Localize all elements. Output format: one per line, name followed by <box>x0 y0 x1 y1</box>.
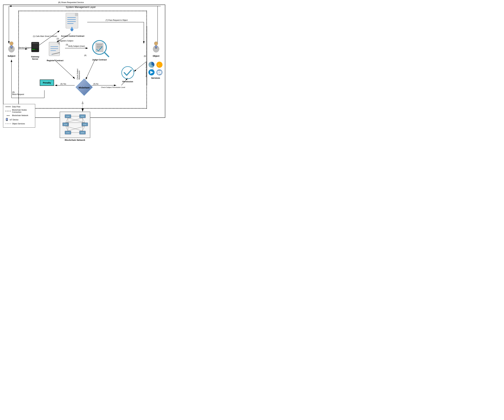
step6-block-label: (6) Block Request <box>12 91 24 95</box>
svg-line-91 <box>83 118 85 123</box>
blockchain-box: EVM EVM EVM EVM EVM EVM <box>60 112 90 138</box>
misbehave-area: Misbehave <box>75 78 93 89</box>
svg-point-39 <box>36 49 36 50</box>
permission-granted-label: Permission Granted <box>145 58 147 81</box>
svg-rect-72 <box>157 71 162 74</box>
svg-point-64 <box>122 66 134 79</box>
object-label: Object <box>148 55 164 57</box>
svg-text:EVM: EVM <box>81 132 84 134</box>
legend-iot-icon <box>5 118 8 122</box>
misbehave-label: Misbehave <box>75 86 93 89</box>
subject-label: Subject <box>4 55 19 57</box>
services-label: Services <box>147 77 164 79</box>
svg-line-93 <box>66 126 83 131</box>
svg-rect-102 <box>6 118 7 120</box>
judge-area: Judge Contract <box>89 39 110 61</box>
step5-no-label: (5) No <box>93 83 98 85</box>
svg-point-38 <box>34 49 35 50</box>
acc-icon <box>64 12 82 34</box>
legend-obj-services-line <box>5 124 11 124</box>
step6-right-label: (6) <box>144 55 146 57</box>
blockchain-network-icon: EVM EVM EVM EVM EVM EVM <box>62 114 89 135</box>
svg-point-24 <box>10 41 13 45</box>
check-misbehavior-label: Check Subject Misbehavior <box>77 60 80 80</box>
svg-line-90 <box>66 118 83 123</box>
verify-subject-label: Verify Subject (User) <box>68 45 85 47</box>
step5-yes-label: (5) Yes <box>60 83 66 85</box>
legend-blockchain-network: ⟺ Blockchain Network <box>5 114 33 117</box>
svg-point-37 <box>32 49 33 50</box>
object-area: Object <box>148 41 164 57</box>
legend-blockchain-nodes: Blockchain NodesConnection <box>5 109 33 113</box>
legend-blockchain-network-arrow: ⟺ <box>5 114 11 117</box>
svg-line-95 <box>83 126 85 131</box>
svg-rect-33 <box>32 43 38 44</box>
legend: Data Flow Blockchain NodesConnection ⟺ B… <box>3 104 35 128</box>
svg-text:EVM: EVM <box>64 124 67 125</box>
video-icon <box>148 69 155 76</box>
svg-rect-34 <box>32 45 38 45</box>
reg-area: Register Contract <box>45 41 65 62</box>
svg-line-88 <box>66 118 68 123</box>
svg-rect-42 <box>75 13 78 16</box>
penalty-box: Penalty <box>40 80 54 86</box>
step3-label: (3) <box>66 44 68 46</box>
object-icon <box>151 41 161 53</box>
svg-text:EVM: EVM <box>83 124 86 125</box>
reg-icon <box>48 41 63 58</box>
permission-icon <box>121 66 135 80</box>
svg-rect-27 <box>11 46 12 48</box>
legend-data-flow-line <box>5 106 11 107</box>
subject-icon <box>7 41 16 53</box>
svg-text:EVM: EVM <box>81 116 84 117</box>
svg-text:EVM: EVM <box>66 132 69 134</box>
diagram-container: System Management Layer (8) Share Reques… <box>0 0 168 141</box>
step4-label: (4) <box>84 54 86 56</box>
step7-label: (7) Pass Request to Object <box>106 19 128 21</box>
services-grid: ♪ <box>148 61 163 76</box>
svg-line-92 <box>66 126 68 131</box>
blockchain-label: Blockchain Network <box>60 139 90 141</box>
legend-blockchain-nodes-line <box>5 111 11 111</box>
gateway-icon <box>30 41 41 54</box>
svg-point-67 <box>156 62 162 68</box>
chat-icon <box>156 69 163 76</box>
svg-rect-58 <box>96 43 103 52</box>
svg-rect-35 <box>32 46 38 47</box>
services-area: ♪ Services <box>147 61 164 79</box>
svg-text:♪: ♪ <box>158 63 159 66</box>
step1-label: (1) Calls Main Smart Contract <box>33 35 57 37</box>
reg-label: Register Contract <box>45 59 65 62</box>
svg-rect-36 <box>32 47 38 48</box>
blockchain-area: EVM EVM EVM EVM EVM EVM <box>60 112 90 141</box>
judge-icon <box>90 39 109 57</box>
svg-line-89 <box>68 118 85 123</box>
system-mgmt-label: System Management Layer <box>66 6 96 9</box>
penalty-area: Penalty <box>40 80 54 86</box>
permission-area: Permission <box>121 66 135 83</box>
judge-label: Judge Contract <box>89 59 110 61</box>
legend-data-flow: Data Flow <box>5 106 33 108</box>
share-service-label: (8) Share Requested Service <box>58 1 84 4</box>
svg-line-62 <box>105 53 109 57</box>
legend-iot: IoT Device <box>5 118 33 122</box>
acc-label: Access Control Contract <box>60 35 86 37</box>
acc-area: Access Control Contract <box>60 12 86 37</box>
gateway-area: Gateway Server <box>28 41 42 60</box>
svg-point-28 <box>154 41 158 45</box>
subject-area: Subject <box>4 41 19 57</box>
permission-label: Permission <box>121 80 135 83</box>
pie-chart-icon <box>148 61 155 68</box>
gateway-label: Gateway Server <box>28 55 42 60</box>
legend-obj-services: Object Services <box>5 123 33 125</box>
check-permission-label: Check Subject Permission Level <box>101 86 125 88</box>
svg-text:EVM: EVM <box>66 116 69 117</box>
music-icon: ♪ <box>156 61 163 68</box>
svg-rect-31 <box>156 46 157 48</box>
svg-line-94 <box>68 126 85 131</box>
